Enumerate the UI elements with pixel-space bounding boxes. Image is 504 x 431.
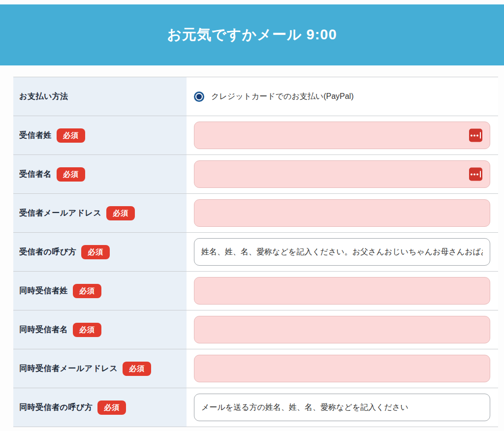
required-badge: 必須 <box>106 206 135 220</box>
form-row: 同時受信者姓 必須 <box>13 272 498 310</box>
field-label: 受信者姓 <box>19 130 52 141</box>
field-label-cell: 同時受信者メールアドレス 必須 <box>13 349 187 388</box>
text-input-row-4[interactable] <box>194 238 490 266</box>
required-badge: 必須 <box>57 128 85 143</box>
form-row: 同時受信者メールアドレス 必須 <box>13 349 498 388</box>
form-row: 同時受信者名 必須 <box>13 310 498 349</box>
field-label: 同時受信者姓 <box>19 286 68 296</box>
field-input-cell <box>187 155 498 193</box>
radio-option-label: クレジットカードでのお支払い(PayPal) <box>211 92 353 102</box>
field-label: 同時受信者メールアドレス <box>19 364 118 374</box>
field-label-cell: 受信者の呼び方 必須 <box>13 233 187 271</box>
text-input-row-8[interactable] <box>194 394 490 421</box>
field-label-cell: 同時受信者名 必須 <box>13 310 187 349</box>
text-input-wrap <box>194 160 490 188</box>
required-badge: 必須 <box>123 362 151 376</box>
field-label: 受信者メールアドレス <box>19 208 101 218</box>
field-label-cell: 受信者メールアドレス 必須 <box>13 194 187 232</box>
form-row: 受信者の呼び方 必須 <box>13 233 498 272</box>
form-row: 受信者メールアドレス 必須 <box>13 194 498 233</box>
form-table: お支払い方法 クレジットカードでのお支払い(PayPal) 受信者姓 必須 受信… <box>13 77 498 427</box>
page-title: お元気ですかメール 9:00 <box>167 25 337 45</box>
field-label-cell: 同時受信者姓 必須 <box>13 272 187 310</box>
text-input-row-1[interactable] <box>194 122 490 149</box>
text-input-wrap <box>194 122 490 149</box>
password-manager-autofill-icon[interactable] <box>469 129 482 142</box>
required-badge: 必須 <box>73 323 101 337</box>
field-label: 受信者名 <box>19 169 52 180</box>
text-input-wrap <box>194 355 490 382</box>
field-label-cell: 同時受信者の呼び方 必須 <box>13 388 187 427</box>
required-badge: 必須 <box>73 284 101 298</box>
text-input-row-6[interactable] <box>194 316 490 343</box>
field-input-cell: クレジットカードでのお支払い(PayPal) <box>187 77 498 116</box>
field-input-cell <box>187 233 498 271</box>
required-badge: 必須 <box>97 400 126 415</box>
form-row: 同時受信者の呼び方 必須 <box>13 388 498 427</box>
text-input-wrap <box>194 199 490 227</box>
text-input-row-2[interactable] <box>194 160 490 188</box>
password-manager-autofill-icon[interactable] <box>469 168 482 181</box>
form-row: 受信者姓 必須 <box>13 116 498 155</box>
field-input-cell <box>187 272 498 310</box>
field-input-cell <box>187 194 498 232</box>
field-label: お支払い方法 <box>19 92 68 102</box>
field-label: 受信者の呼び方 <box>19 247 76 257</box>
field-input-cell <box>187 310 498 349</box>
field-input-cell <box>187 388 498 427</box>
form-row: 受信者名 必須 <box>13 155 498 194</box>
text-input-row-3[interactable] <box>194 199 490 227</box>
field-label: 同時受信者の呼び方 <box>19 402 93 413</box>
required-badge: 必須 <box>57 167 85 182</box>
radio-selected-icon[interactable] <box>194 92 204 102</box>
page-header-banner: お元気ですかメール 9:00 <box>0 4 504 65</box>
form-row: お支払い方法 クレジットカードでのお支払い(PayPal) <box>13 77 498 116</box>
text-input-row-7[interactable] <box>194 355 490 382</box>
payment-option-credit-card-paypal[interactable]: クレジットカードでのお支払い(PayPal) <box>194 92 353 102</box>
field-label: 同時受信者名 <box>19 325 68 335</box>
text-input-wrap <box>194 238 490 266</box>
text-input-row-5[interactable] <box>194 277 490 305</box>
required-badge: 必須 <box>81 245 110 259</box>
field-label-cell: お支払い方法 <box>13 77 187 116</box>
field-input-cell <box>187 349 498 388</box>
field-label-cell: 受信者名 必須 <box>13 155 187 193</box>
field-input-cell <box>187 116 498 154</box>
field-label-cell: 受信者姓 必須 <box>13 116 187 154</box>
text-input-wrap <box>194 277 490 305</box>
text-input-wrap <box>194 394 490 421</box>
text-input-wrap <box>194 316 490 343</box>
